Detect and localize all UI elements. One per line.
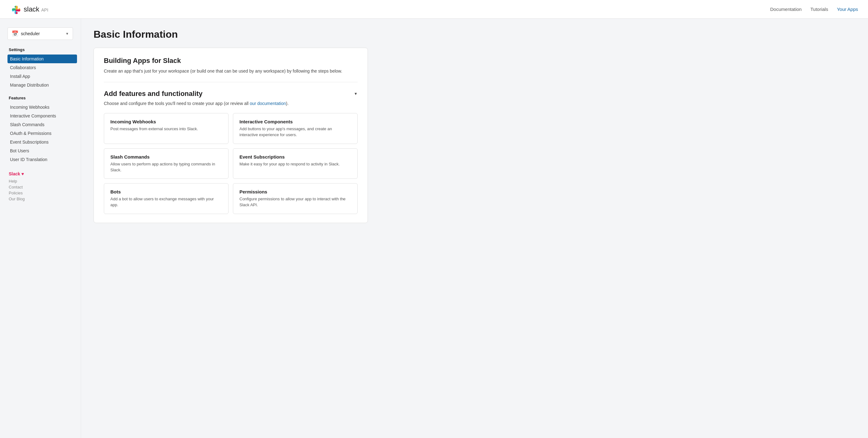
slack-logo-icon [10,4,21,15]
sidebar-item-slash-commands[interactable]: Slash Commands [7,120,81,129]
footer-link-policies[interactable]: Policies [9,191,81,195]
feature-card-permissions[interactable]: Permissions Configure permissions to all… [233,183,358,214]
settings-nav: Basic Information Collaborators Install … [7,55,81,90]
sidebar-item-user-id-translation[interactable]: User ID Translation [7,155,81,164]
footer-link-help[interactable]: Help [9,179,81,183]
logo-text: slack API [24,5,48,13]
page-title: Basic Information [94,29,368,40]
feature-card-title: Event Subscriptions [240,154,351,160]
feature-card-desc: Allow users to perform app actions by ty… [111,161,222,173]
feature-card-bots[interactable]: Bots Add a bot to allow users to exchang… [104,183,228,214]
app-selector-name: scheduler [21,31,63,36]
footer-link-our-blog[interactable]: Our Blog [9,197,81,201]
nav-tutorials[interactable]: Tutorials [810,6,828,12]
feature-card-title: Slash Commands [111,154,222,160]
app-selector-icon: 📅 [11,30,19,37]
content-card: Building Apps for Slack Create an app th… [94,48,368,223]
main-content: Basic Information Building Apps for Slac… [81,19,380,438]
features-section-header: Add features and functionality ▼ [104,90,358,98]
chevron-down-icon: ▼ [65,32,69,35]
sidebar-link-collaborators[interactable]: Collaborators [7,63,77,72]
sidebar-item-incoming-webhooks[interactable]: Incoming Webhooks [7,103,81,111]
feature-card-slash-commands[interactable]: Slash Commands Allow users to perform ap… [104,148,228,179]
header: slack API Documentation Tutorials Your A… [0,0,868,19]
nav-documentation[interactable]: Documentation [770,6,802,12]
features-section-title: Features [7,96,81,100]
collapse-icon[interactable]: ▼ [354,92,358,96]
sidebar-link-user-id-translation[interactable]: User ID Translation [7,155,77,164]
building-description: Create an app that's just for your works… [104,68,358,74]
sidebar-link-oauth-permissions[interactable]: OAuth & Permissions [7,129,77,138]
sidebar-item-interactive-components[interactable]: Interactive Components [7,111,81,120]
slack-heart: Slack ♥ [9,171,81,176]
settings-section-title: Settings [7,47,81,52]
features-title: Add features and functionality [104,90,203,98]
features-grid: Incoming Webhooks Post messages from ext… [104,113,358,214]
feature-card-desc: Add a bot to allow users to exchange mes… [111,196,222,208]
feature-card-interactive-components[interactable]: Interactive Components Add buttons to yo… [233,113,358,144]
logo: slack API [10,4,48,15]
sidebar-link-manage-distribution[interactable]: Manage Distribution [7,81,77,90]
sidebar-item-bot-users[interactable]: Bot Users [7,146,81,155]
sidebar-item-oauth-permissions[interactable]: OAuth & Permissions [7,129,81,138]
sidebar-item-collaborators[interactable]: Collaborators [7,63,81,72]
page-wrapper: 📅 scheduler ▼ Settings Basic Information… [0,19,868,438]
sidebar-link-event-subscriptions[interactable]: Event Subscriptions [7,138,77,146]
divider [104,82,358,82]
feature-card-desc: Add buttons to your app's messages, and … [240,126,351,138]
sidebar-link-incoming-webhooks[interactable]: Incoming Webhooks [7,103,77,111]
building-title: Building Apps for Slack [104,57,358,65]
app-selector[interactable]: 📅 scheduler ▼ [7,27,73,40]
feature-card-incoming-webhooks[interactable]: Incoming Webhooks Post messages from ext… [104,113,228,144]
feature-card-desc: Post messages from external sources into… [111,126,222,132]
sidebar-item-manage-distribution[interactable]: Manage Distribution [7,81,81,90]
feature-card-event-subscriptions[interactable]: Event Subscriptions Make it easy for you… [233,148,358,179]
feature-card-desc: Configure permissions to allow your app … [240,196,351,208]
sidebar-link-bot-users[interactable]: Bot Users [7,146,77,155]
our-documentation-link[interactable]: our documentation [250,101,286,106]
sidebar-item-install-app[interactable]: Install App [7,72,81,81]
feature-card-title: Interactive Components [240,119,351,124]
nav-your-apps[interactable]: Your Apps [837,6,858,12]
sidebar-footer: Slack ♥ Help Contact Policies Our Blog [7,171,81,201]
feature-card-title: Incoming Webhooks [111,119,222,124]
sidebar-link-install-app[interactable]: Install App [7,72,77,81]
feature-card-title: Permissions [240,189,351,194]
sidebar-link-basic-information[interactable]: Basic Information [7,55,77,63]
header-nav: Documentation Tutorials Your Apps [770,6,858,12]
features-nav: Incoming Webhooks Interactive Components… [7,103,81,164]
feature-card-desc: Make it easy for your app to respond to … [240,161,351,167]
sidebar-item-basic-information[interactable]: Basic Information [7,55,81,63]
footer-link-contact[interactable]: Contact [9,185,81,190]
features-description: Choose and configure the tools you'll ne… [104,100,358,107]
sidebar-item-event-subscriptions[interactable]: Event Subscriptions [7,138,81,146]
sidebar: 📅 scheduler ▼ Settings Basic Information… [0,19,81,438]
sidebar-link-interactive-components[interactable]: Interactive Components [7,111,77,120]
feature-card-title: Bots [111,189,222,194]
sidebar-link-slash-commands[interactable]: Slash Commands [7,120,77,129]
